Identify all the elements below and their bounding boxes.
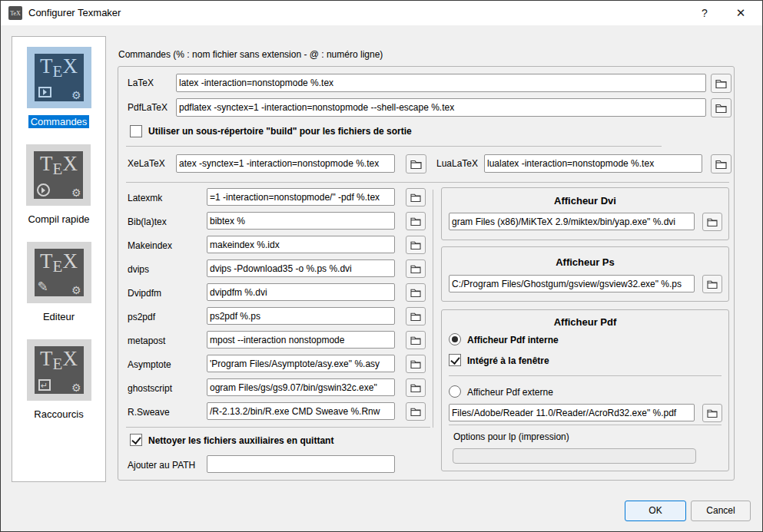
folder-icon bbox=[410, 407, 421, 416]
lualatex-browse-button[interactable] bbox=[711, 154, 731, 173]
pdf-embedded-checkbox[interactable] bbox=[449, 354, 461, 366]
sidebar-item-commandes[interactable]: TEX ⚙ Commandes bbox=[27, 47, 91, 128]
pdf-internal-viewer-radio[interactable] bbox=[449, 333, 461, 345]
ps2pdf-command-input[interactable] bbox=[207, 307, 395, 325]
makeindex-label: Makeindex bbox=[128, 240, 172, 251]
cleanup-aux-files-checkbox[interactable] bbox=[130, 434, 142, 446]
window-title: Configurer Texmaker bbox=[28, 7, 121, 18]
ghostscript-browse-button[interactable] bbox=[406, 378, 426, 397]
sidebar-item-label: Raccourcis bbox=[32, 408, 85, 421]
add-to-path-label: Ajouter au PATH bbox=[128, 460, 195, 471]
separator bbox=[433, 190, 433, 428]
ps-viewer-frame: Afficheur Ps bbox=[441, 246, 729, 302]
cancel-button[interactable]: Cancel bbox=[691, 501, 751, 521]
ps-viewer-browse-button[interactable] bbox=[702, 275, 722, 293]
add-to-path-input[interactable] bbox=[207, 455, 395, 473]
asymptote-command-input[interactable] bbox=[207, 355, 395, 372]
folder-icon bbox=[715, 103, 727, 113]
commandes-tex-icon: TEX ⚙ bbox=[27, 47, 91, 108]
settings-sidebar: TEX ⚙ Commandes TEX ⚙ Compil rapide TEX bbox=[12, 36, 106, 482]
makeindex-command-input[interactable] bbox=[207, 236, 395, 253]
latexmk-command-input[interactable] bbox=[207, 188, 395, 206]
lp-options-input bbox=[453, 448, 696, 464]
folder-icon bbox=[410, 193, 421, 202]
configure-texmaker-dialog: TeX Configurer Texmaker ? ✕ TEX ⚙ Comman… bbox=[0, 0, 763, 532]
folder-icon bbox=[410, 159, 422, 169]
dvipdfm-browse-button[interactable] bbox=[406, 283, 426, 302]
pdf-external-command-input[interactable] bbox=[449, 404, 695, 421]
folder-icon bbox=[410, 288, 421, 297]
dvips-command-input[interactable] bbox=[207, 259, 395, 277]
rsweave-command-input[interactable] bbox=[207, 402, 395, 420]
sidebar-item-editeur[interactable]: TEX ✎ ⚙ Editeur bbox=[27, 242, 91, 323]
dvipdfm-command-input[interactable] bbox=[207, 283, 395, 301]
pencil-icon: ✎ bbox=[38, 279, 48, 295]
compil-rapide-tex-icon: TEX ⚙ bbox=[26, 144, 91, 206]
metapost-browse-button[interactable] bbox=[406, 331, 426, 349]
separator bbox=[449, 425, 722, 425]
lualatex-command-input[interactable] bbox=[484, 154, 702, 173]
folder-icon bbox=[410, 312, 421, 321]
latexmk-label: Latexmk bbox=[128, 193, 162, 203]
dvi-viewer-browse-button[interactable] bbox=[702, 213, 722, 231]
close-button[interactable]: ✕ bbox=[725, 1, 756, 25]
gear-icon: ⚙ bbox=[71, 285, 81, 296]
gear-icon: ⚙ bbox=[71, 187, 81, 198]
sidebar-item-label: Compil rapide bbox=[25, 213, 91, 226]
commands-group-title: Commandes (% : nom fichier sans extensio… bbox=[118, 49, 383, 60]
dvi-viewer-title: Afficheur Dvi bbox=[442, 195, 728, 207]
latex-label: LaTeX bbox=[128, 78, 154, 88]
latex-browse-button[interactable] bbox=[711, 74, 731, 93]
build-subdir-checkbox[interactable] bbox=[130, 125, 142, 137]
pdf-external-viewer-label: Afficheur Pdf externe bbox=[467, 387, 553, 398]
pdflatex-browse-button[interactable] bbox=[711, 98, 731, 117]
gear-icon: ⚙ bbox=[71, 382, 81, 393]
texmaker-app-icon: TeX bbox=[8, 6, 22, 20]
pdf-external-viewer-radio[interactable] bbox=[449, 385, 461, 398]
editeur-tex-icon: TEX ✎ ⚙ bbox=[27, 242, 91, 303]
latex-command-input[interactable] bbox=[176, 74, 706, 92]
cleanup-aux-files-label: Nettoyer les fichiers auxiliaires en qui… bbox=[148, 435, 333, 446]
pdf-viewer-title: Afficheur Pdf bbox=[442, 316, 728, 328]
biblatex-command-input[interactable] bbox=[207, 212, 395, 230]
metapost-command-input[interactable] bbox=[207, 331, 395, 349]
folder-icon bbox=[707, 408, 718, 418]
xelatex-browse-button[interactable] bbox=[406, 154, 426, 173]
rsweave-browse-button[interactable] bbox=[406, 402, 426, 421]
separator bbox=[126, 146, 662, 147]
folder-icon bbox=[707, 217, 718, 226]
ghostscript-label: ghostscript bbox=[128, 383, 172, 394]
pdflatex-command-input[interactable] bbox=[176, 98, 706, 117]
build-subdir-label: Utiliser un sous-répertoire "build" pour… bbox=[148, 126, 412, 137]
folder-icon bbox=[715, 159, 727, 169]
latexmk-browse-button[interactable] bbox=[406, 188, 426, 207]
folder-icon bbox=[410, 383, 421, 392]
pdf-external-browse-button[interactable] bbox=[702, 404, 722, 422]
separator bbox=[126, 427, 430, 428]
dvips-browse-button[interactable] bbox=[406, 259, 426, 278]
biblatex-browse-button[interactable] bbox=[406, 212, 426, 230]
dvips-label: dvips bbox=[128, 264, 149, 275]
play-icon bbox=[38, 87, 51, 97]
sidebar-item-compil-rapide[interactable]: TEX ⚙ Compil rapide bbox=[25, 144, 91, 226]
lualatex-label: LuaLaTeX bbox=[436, 158, 478, 169]
folder-icon bbox=[410, 359, 421, 368]
xelatex-command-input[interactable] bbox=[176, 154, 395, 173]
title-bar: TeX Configurer Texmaker ? ✕ bbox=[1, 1, 762, 25]
ps-viewer-command-input[interactable] bbox=[449, 275, 695, 292]
folder-icon bbox=[410, 240, 421, 249]
makeindex-browse-button[interactable] bbox=[406, 236, 426, 254]
ps2pdf-browse-button[interactable] bbox=[406, 307, 426, 325]
sidebar-item-raccourcis[interactable]: TEX ↵ ⚙ Raccourcis bbox=[27, 339, 91, 421]
dvipdfm-label: Dvipdfm bbox=[128, 288, 161, 299]
return-arrow-icon: ↵ bbox=[38, 379, 51, 391]
quick-build-icon bbox=[37, 183, 50, 197]
ghostscript-command-input[interactable] bbox=[207, 378, 395, 396]
asymptote-label: Asymptote bbox=[128, 359, 171, 370]
biblatex-label: Bib(la)tex bbox=[128, 216, 167, 227]
pdf-embedded-label: Intégré à la fenêtre bbox=[467, 355, 549, 366]
dvi-viewer-command-input[interactable] bbox=[449, 213, 695, 230]
help-button[interactable]: ? bbox=[689, 1, 720, 25]
ok-button[interactable]: OK bbox=[625, 501, 686, 521]
asymptote-browse-button[interactable] bbox=[406, 355, 426, 373]
